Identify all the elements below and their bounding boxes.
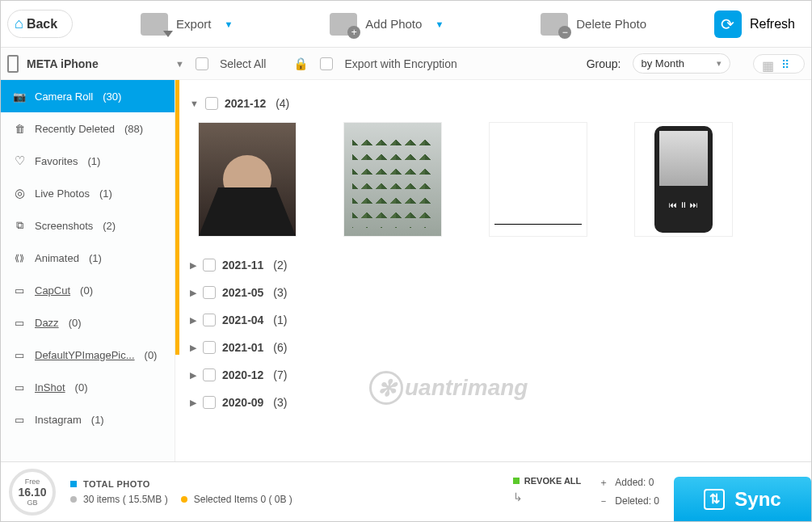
dot-icon bbox=[70, 481, 77, 487]
refresh-button[interactable]: ⟳ Refresh bbox=[714, 11, 795, 38]
encryption-checkbox[interactable] bbox=[320, 57, 333, 70]
group-checkbox[interactable] bbox=[203, 396, 216, 409]
sidebar-item-label: InShot bbox=[35, 381, 65, 394]
sidebar-item-instagram[interactable]: Instagram (1) bbox=[1, 403, 175, 436]
group-checkbox[interactable] bbox=[203, 314, 216, 326]
sidebar-item-defaultypimagepic-[interactable]: DefaultYPImagePic... (0) bbox=[1, 339, 175, 371]
group-label: 2021-01 bbox=[222, 341, 263, 354]
refresh-icon: ⟳ bbox=[714, 11, 742, 38]
content-area[interactable]: ▼ 2021-12 (4)⏮ ⏸ ⏭▶ 2021-11 (2)▶ 2021-05… bbox=[175, 80, 811, 461]
group-select[interactable]: by Month ▾ bbox=[633, 53, 730, 74]
dot-icon bbox=[513, 478, 520, 484]
group-count: (2) bbox=[270, 259, 287, 272]
sidebar[interactable]: Camera Roll (30) Recently Deleted (88) F… bbox=[1, 80, 175, 461]
group-checkbox[interactable] bbox=[205, 97, 218, 110]
view-small-button[interactable]: ⠿ bbox=[781, 58, 796, 69]
selected-items-text: Selected Items 0 ( 0B ) bbox=[194, 494, 292, 505]
group-checkbox[interactable] bbox=[203, 368, 216, 381]
export-icon bbox=[141, 13, 168, 36]
main-body: Camera Roll (30) Recently Deleted (88) F… bbox=[1, 80, 811, 461]
device-label: META iPhone bbox=[7, 55, 175, 73]
chevron-right-icon: ▶ bbox=[190, 288, 196, 298]
added-label: Added: 0 bbox=[615, 477, 654, 488]
chevron-down-icon[interactable]: ▼ bbox=[175, 59, 184, 69]
photo-thumbnail[interactable] bbox=[343, 122, 442, 237]
chevron-right-icon: ▶ bbox=[190, 260, 196, 271]
group-header[interactable]: ▼ 2021-12 (4) bbox=[187, 90, 800, 117]
group-count: (3) bbox=[270, 396, 287, 409]
chevron-right-icon: ▶ bbox=[190, 398, 196, 408]
group-header[interactable]: ▶ 2021-05 (3) bbox=[187, 279, 800, 306]
total-items-text: 30 items ( 15.5MB ) bbox=[83, 494, 168, 505]
sidebar-item-live-photos[interactable]: Live Photos (1) bbox=[1, 177, 175, 209]
dot-icon bbox=[181, 496, 187, 503]
minus-icon: － bbox=[599, 495, 608, 508]
group-header[interactable]: ▶ 2021-11 (2) bbox=[187, 251, 800, 279]
chevron-down-icon: ▼ bbox=[190, 99, 199, 108]
album-icon bbox=[12, 283, 27, 297]
sidebar-item-label: Favorites bbox=[35, 155, 78, 167]
sidebar-item-camera-roll[interactable]: Camera Roll (30) bbox=[1, 80, 175, 112]
thumbnail-row: ⏮ ⏸ ⏭ bbox=[187, 117, 800, 251]
chevron-down-icon[interactable]: ▼ bbox=[224, 19, 233, 29]
sidebar-item-dazz[interactable]: Dazz (0) bbox=[1, 306, 175, 339]
select-all-checkbox[interactable] bbox=[196, 57, 208, 70]
sidebar-item-favorites[interactable]: Favorites (1) bbox=[1, 145, 175, 177]
sidebar-item-screenshots[interactable]: Screenshots (2) bbox=[1, 209, 175, 242]
sidebar-item-inshot[interactable]: InShot (0) bbox=[1, 371, 175, 403]
sidebar-item-animated[interactable]: Animated (1) bbox=[1, 242, 175, 274]
sidebar-item-count: (1) bbox=[91, 414, 104, 426]
chevron-right-icon: ▶ bbox=[190, 343, 196, 353]
sidebar-item-label: DefaultYPImagePic... bbox=[35, 349, 135, 361]
select-all-label: Select All bbox=[220, 57, 267, 70]
group-header[interactable]: ▶ 2021-01 (6) bbox=[187, 334, 800, 361]
group-count: (4) bbox=[272, 97, 289, 110]
sidebar-item-capcut[interactable]: CapCut (0) bbox=[1, 274, 175, 306]
photo-thumbnail[interactable] bbox=[198, 122, 297, 237]
sync-label: Sync bbox=[734, 488, 780, 511]
sidebar-item-label: Live Photos bbox=[35, 187, 90, 200]
chevron-right-icon: ▶ bbox=[190, 370, 196, 381]
bottom-bar: Free 16.10 GB TOTAL PHOTO 30 items ( 15.… bbox=[1, 461, 811, 521]
add-photo-button[interactable]: Add Photo ▼ bbox=[330, 13, 444, 36]
photo-thumbnail[interactable] bbox=[489, 122, 587, 237]
delete-photo-icon bbox=[541, 13, 568, 36]
storage-free-label: Free bbox=[25, 478, 40, 486]
group-label: 2020-12 bbox=[222, 368, 263, 381]
group-header[interactable]: ▶ 2021-04 (1) bbox=[187, 306, 800, 334]
shot-icon bbox=[12, 218, 27, 233]
filter-bar: META iPhone ▼ Select All 🔒 Export with E… bbox=[1, 48, 811, 80]
group-label: 2021-12 bbox=[225, 97, 266, 110]
sidebar-item-count: (0) bbox=[80, 284, 93, 297]
return-icon bbox=[513, 490, 582, 503]
back-label: Back bbox=[27, 17, 57, 32]
chevron-down-icon[interactable]: ▼ bbox=[435, 19, 444, 29]
delete-photo-button[interactable]: Delete Photo bbox=[541, 13, 646, 36]
sidebar-item-count: (2) bbox=[103, 220, 116, 232]
dot-icon bbox=[70, 496, 77, 503]
group-header[interactable]: ▶ 2020-09 (3) bbox=[187, 389, 800, 416]
group-label: 2021-04 bbox=[222, 314, 263, 326]
album-icon bbox=[12, 380, 27, 394]
group-checkbox[interactable] bbox=[203, 341, 216, 354]
group-checkbox[interactable] bbox=[203, 259, 216, 272]
group-checkbox[interactable] bbox=[203, 286, 216, 299]
album-icon bbox=[12, 412, 27, 427]
deleted-label: Deleted: 0 bbox=[615, 495, 659, 507]
export-button[interactable]: Export ▼ bbox=[141, 13, 233, 36]
revoke-all-button[interactable]: REVOKE ALL bbox=[524, 476, 582, 486]
group-value: by Month bbox=[642, 57, 684, 69]
sidebar-item-recently-deleted[interactable]: Recently Deleted (88) bbox=[1, 112, 175, 145]
group-count: (1) bbox=[270, 314, 287, 326]
storage-value: 16.10 bbox=[18, 486, 46, 499]
back-button[interactable]: ⌂ Back bbox=[7, 10, 73, 38]
sync-button[interactable]: ⇅ Sync bbox=[674, 477, 811, 522]
group-header[interactable]: ▶ 2020-12 (7) bbox=[187, 361, 800, 389]
sidebar-item-label: Screenshots bbox=[35, 220, 93, 232]
view-large-button[interactable]: ▦ bbox=[762, 58, 776, 69]
photo-thumbnail[interactable]: ⏮ ⏸ ⏭ bbox=[634, 122, 733, 237]
live-icon bbox=[12, 186, 27, 200]
sidebar-item-count: (1) bbox=[89, 252, 102, 264]
device-name: META iPhone bbox=[27, 57, 99, 70]
filter-inner: ▼ Select All 🔒 Export with Encryption Gr… bbox=[175, 53, 805, 74]
